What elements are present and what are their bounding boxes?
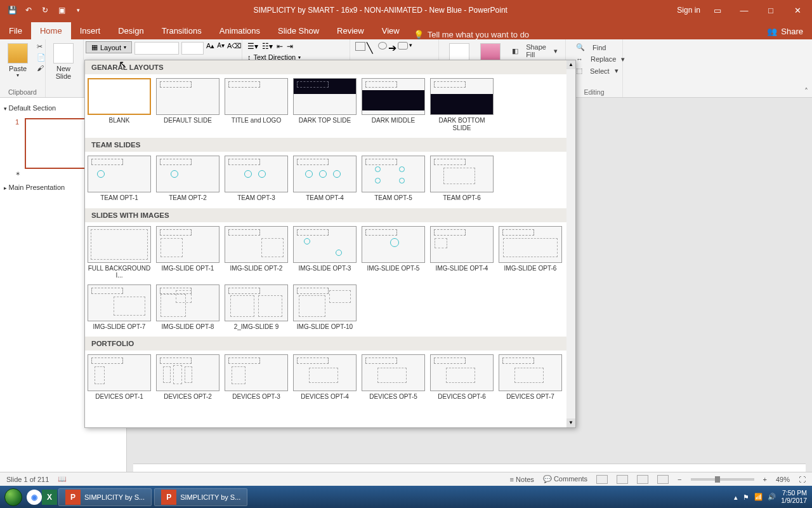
layout-devices-4[interactable]: DEVICES OPT-4 (293, 354, 357, 401)
layout-team-4[interactable]: TEAM OPT-4 (293, 156, 357, 202)
indent-inc-icon[interactable]: ⇥ (287, 42, 293, 51)
ribbon-options-icon[interactable]: ▭ (708, 6, 727, 15)
zoom-level[interactable]: 49% (776, 476, 790, 483)
shape-rrect-icon[interactable] (398, 42, 408, 50)
layout-devices-1[interactable]: DEVICES OPT-1 (88, 354, 151, 401)
find-button[interactable]: 🔍Find (571, 42, 627, 53)
tray-expand-icon[interactable]: ▴ (734, 493, 738, 501)
layout-dark-bottom[interactable]: DARK BOTTOM SLIDE (430, 78, 494, 131)
layout-img-9[interactable]: 2_IMG-SLIDE 9 (225, 284, 288, 331)
tray-network-icon[interactable]: 📶 (754, 493, 763, 501)
gallery-scrollbar[interactable]: ▲ ▼ (566, 60, 575, 427)
layout-img-5[interactable]: IMG-SLIDE OPT-5 (362, 226, 425, 279)
system-tray[interactable]: ▴ ⚑ 📶 🔊 7:50 PM 1/9/2017 (734, 490, 812, 504)
collapse-ribbon-icon[interactable]: ˄ (804, 87, 808, 96)
layout-team-5[interactable]: TEAM OPT-5 (362, 156, 425, 202)
replace-button[interactable]: ↔Replace▾ (571, 54, 627, 64)
layout-team-6[interactable]: TEAM OPT-6 (430, 156, 494, 202)
bullets-icon[interactable]: ☰▾ (247, 42, 258, 51)
layout-img-8[interactable]: IMG-SLIDE OPT-8 (156, 284, 219, 331)
layout-devices-2[interactable]: DEVICES OPT-2 (156, 354, 219, 401)
excel-taskbar-icon[interactable]: X (42, 490, 57, 505)
layout-team-3[interactable]: TEAM OPT-3 (225, 156, 288, 202)
layout-devices-3[interactable]: DEVICES OPT-3 (225, 354, 288, 401)
start-from-beginning-icon[interactable]: ▣ (56, 6, 67, 15)
tab-insert[interactable]: Insert (71, 22, 110, 39)
font-size-input[interactable] (181, 42, 204, 55)
layout-img-7[interactable]: IMG-SLIDE OPT-7 (88, 284, 151, 331)
layout-img-6[interactable]: IMG-SLIDE OPT-6 (499, 226, 562, 279)
new-slide-button[interactable]: New Slide (51, 42, 76, 81)
shape-rect-icon[interactable] (355, 42, 365, 51)
tray-flag-icon[interactable]: ⚑ (743, 493, 749, 501)
spellcheck-icon[interactable]: 📖 (58, 475, 67, 483)
start-button[interactable] (0, 486, 27, 508)
layout-team-2[interactable]: TEAM OPT-2 (156, 156, 219, 202)
layout-img-4[interactable]: IMG-SLIDE OPT-4 (430, 226, 494, 279)
fit-to-window-button[interactable]: ⛶ (799, 476, 806, 483)
layout-title-logo[interactable]: TITLE and LOGO (225, 78, 288, 131)
zoom-out-button[interactable]: − (678, 476, 681, 483)
tab-home[interactable]: Home (31, 22, 71, 39)
save-icon[interactable]: 💾 (6, 6, 18, 15)
slide-counter[interactable]: Slide 1 of 211 (6, 476, 49, 483)
decrease-font-icon[interactable]: A▾ (217, 42, 225, 55)
tab-animations[interactable]: Animations (211, 22, 269, 39)
slideshow-view-button[interactable] (657, 475, 669, 484)
layout-default[interactable]: DEFAULT SLIDE (156, 78, 219, 131)
shapes-more-icon[interactable]: ▾ (409, 42, 412, 48)
undo-icon[interactable]: ↶ (23, 6, 34, 15)
reading-view-button[interactable] (637, 475, 648, 484)
zoom-in-button[interactable]: + (763, 476, 767, 483)
comments-toggle[interactable]: 💬 Comments (543, 475, 587, 483)
layout-img-10[interactable]: IMG-SLIDE OPT-10 (293, 284, 357, 331)
shape-arrow-icon[interactable]: ➔ (388, 42, 396, 54)
paste-button[interactable]: Paste ▾ (5, 42, 30, 79)
indent-dec-icon[interactable]: ⇤ (277, 42, 283, 51)
layout-img-1[interactable]: IMG-SLIDE OPT-1 (156, 226, 219, 279)
shape-line-icon[interactable]: ╲ (367, 42, 377, 54)
taskbar-app-1[interactable]: PSIMPLICITY by S... (58, 488, 152, 506)
chrome-taskbar-icon[interactable]: ◉ (27, 490, 42, 505)
layout-full-bg[interactable]: FULL BACKGROUND I... (88, 226, 151, 279)
close-button[interactable]: ✕ (788, 6, 807, 15)
maximize-button[interactable]: □ (761, 6, 780, 15)
zoom-slider[interactable] (691, 478, 754, 481)
tray-volume-icon[interactable]: 🔊 (768, 493, 776, 501)
notes-toggle[interactable]: ≡ Notes (510, 476, 534, 483)
layout-img-3[interactable]: IMG-SLIDE OPT-3 (293, 226, 357, 279)
tab-transitions[interactable]: Transitions (153, 22, 211, 39)
scroll-up-icon[interactable]: ▲ (566, 60, 575, 69)
qat-more-icon[interactable]: ▾ (72, 7, 84, 13)
sign-in-link[interactable]: Sign in (677, 6, 700, 15)
layout-devices-7[interactable]: DEVICES OPT-7 (499, 354, 562, 401)
scroll-down-icon[interactable]: ▼ (566, 418, 575, 427)
sorter-view-button[interactable] (617, 475, 628, 484)
tab-slideshow[interactable]: Slide Show (269, 22, 328, 39)
layout-devices-6[interactable]: DEVICES OPT-6 (430, 354, 494, 401)
increase-font-icon[interactable]: A▴ (206, 42, 214, 55)
normal-view-button[interactable] (596, 475, 608, 484)
layout-dark-top[interactable]: DARK TOP SLIDE (293, 78, 357, 131)
layout-dark-middle[interactable]: DARK MIDDLE (362, 78, 425, 131)
taskbar-app-2[interactable]: PSIMPLICITY by S... (154, 488, 247, 506)
layout-devices-5[interactable]: DEVICES OPT-5 (362, 354, 425, 401)
numbering-icon[interactable]: ☷▾ (262, 42, 273, 51)
tab-design[interactable]: Design (109, 22, 152, 39)
tab-review[interactable]: Review (328, 22, 373, 39)
layout-img-2[interactable]: IMG-SLIDE OPT-2 (225, 226, 288, 279)
shape-fill-button[interactable]: ◧Shape Fill▾ (507, 42, 560, 60)
taskbar-clock[interactable]: 7:50 PM 1/9/2017 (781, 490, 807, 504)
tell-me-search[interactable]: 💡 Tell me what you want to do (414, 30, 529, 39)
layout-team-1[interactable]: TEAM OPT-1 (88, 156, 151, 202)
minimize-button[interactable]: — (735, 6, 754, 15)
font-family-input[interactable] (134, 42, 179, 55)
shape-oval-icon[interactable] (378, 42, 387, 50)
tab-view[interactable]: View (373, 22, 409, 39)
clear-format-icon[interactable]: A⌫ (227, 42, 242, 55)
share-button[interactable]: 👥 Share (758, 23, 812, 39)
layout-dropdown-button[interactable]: ▦ Layout ▾ (86, 41, 132, 53)
redo-icon[interactable]: ↻ (39, 6, 51, 15)
layout-blank[interactable]: BLANK (88, 78, 151, 131)
tab-file[interactable]: File (0, 22, 31, 39)
